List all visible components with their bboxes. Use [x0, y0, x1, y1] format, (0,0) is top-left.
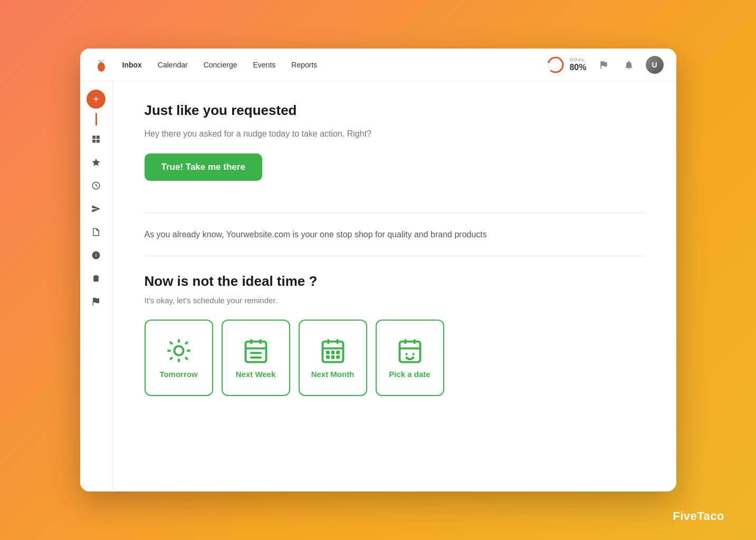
main-area: +: [80, 81, 676, 491]
flag-icon-btn[interactable]: [87, 292, 106, 311]
svg-rect-6: [97, 140, 100, 143]
flag-nav-icon: [598, 60, 609, 70]
svg-line-19: [185, 342, 188, 344]
file-icon-btn[interactable]: [87, 223, 106, 242]
calendar-smile-icon: [396, 337, 424, 364]
take-me-there-button[interactable]: True! Take me there: [145, 153, 262, 181]
app-window: Inbox Calendar Concierge Events Reports …: [80, 49, 676, 491]
branding: FiveTaco: [673, 509, 724, 523]
svg-rect-40: [331, 355, 334, 359]
goal-label: GOAL: [569, 57, 586, 63]
star-icon-btn[interactable]: [87, 153, 106, 172]
svg-rect-41: [336, 355, 340, 359]
svg-point-46: [405, 353, 407, 355]
pick-date-label: Pick a date: [389, 370, 430, 379]
star-icon: [91, 158, 101, 167]
nav-events[interactable]: Events: [253, 61, 276, 69]
add-button[interactable]: +: [87, 90, 106, 109]
svg-line-17: [185, 357, 188, 360]
clock-icon: [91, 181, 101, 190]
nav-links: Inbox Calendar Concierge Events Reports: [122, 61, 547, 69]
sun-icon: [165, 337, 193, 364]
trash-icon-btn[interactable]: [87, 269, 106, 288]
calendar-lines-icon: [242, 337, 270, 364]
send-icon: [91, 204, 101, 214]
svg-rect-3: [92, 136, 95, 139]
svg-point-47: [412, 353, 414, 355]
nav-concierge[interactable]: Concierge: [204, 61, 237, 69]
info-icon-btn[interactable]: i: [87, 246, 106, 265]
goal-percent: 80%: [569, 63, 586, 72]
section1-body: Hey there you asked for a nudge today to…: [145, 127, 645, 141]
svg-rect-4: [97, 136, 100, 139]
section1-title: Just like you requested: [145, 102, 645, 119]
svg-line-18: [170, 357, 173, 360]
divider-2: [145, 256, 645, 256]
nav-reports[interactable]: Reports: [291, 61, 317, 69]
next-week-label: Next Week: [236, 370, 276, 379]
main-content: Just like you requested Hey there you as…: [113, 81, 676, 491]
next-month-label: Next Month: [311, 370, 355, 379]
logo-icon: [93, 56, 110, 73]
svg-line-16: [170, 342, 173, 344]
template-icon: [91, 134, 101, 144]
reminder-next-month[interactable]: Next Month: [299, 320, 367, 396]
svg-rect-39: [326, 355, 330, 359]
file-icon: [91, 227, 101, 237]
nav-calendar[interactable]: Calendar: [158, 61, 188, 69]
section3-title: Now is not the ideal time ?: [145, 273, 645, 290]
reminder-cards: Tomorrow Next Week: [145, 320, 645, 396]
goal-ring-icon: [546, 55, 565, 74]
send-icon-btn[interactable]: [87, 199, 106, 218]
svg-rect-20: [245, 342, 266, 362]
svg-text:i: i: [95, 253, 97, 258]
sidebar: +: [80, 81, 113, 491]
section3-subtitle: It's okay, let's schedule your reminder.: [145, 296, 645, 305]
trash-icon: [91, 274, 101, 283]
svg-point-0: [98, 62, 105, 72]
avatar[interactable]: U: [646, 56, 664, 74]
svg-rect-37: [331, 351, 334, 354]
reminder-tomorrow[interactable]: Tomorrow: [145, 320, 213, 396]
bell-icon: [624, 60, 634, 70]
divider-1: [145, 213, 645, 213]
svg-rect-5: [92, 140, 95, 143]
nav-inbox[interactable]: Inbox: [122, 61, 142, 69]
section2-body: As you already know, Yourwebsite.com is …: [145, 228, 645, 242]
nav-right: GOAL 80% U: [546, 55, 663, 74]
sidebar-divider: [95, 113, 97, 126]
flag-icon: [91, 297, 101, 306]
svg-point-11: [174, 346, 183, 355]
flag-nav-button[interactable]: [595, 56, 612, 73]
info-icon: i: [91, 250, 101, 260]
top-nav: Inbox Calendar Concierge Events Reports …: [80, 49, 676, 81]
bell-nav-button[interactable]: [620, 56, 637, 73]
calendar-grid-icon: [319, 337, 347, 364]
clock-icon-btn[interactable]: [87, 176, 106, 195]
reminder-next-week[interactable]: Next Week: [222, 320, 290, 396]
reminder-pick-date[interactable]: Pick a date: [376, 320, 444, 396]
svg-rect-38: [336, 351, 340, 354]
svg-rect-36: [326, 351, 330, 354]
tomorrow-label: Tomorrow: [159, 370, 197, 379]
goal-circle: GOAL 80%: [546, 55, 586, 74]
avatar-image: U: [646, 56, 664, 74]
goal-text: GOAL 80%: [569, 57, 586, 72]
template-icon-btn[interactable]: [87, 130, 106, 149]
